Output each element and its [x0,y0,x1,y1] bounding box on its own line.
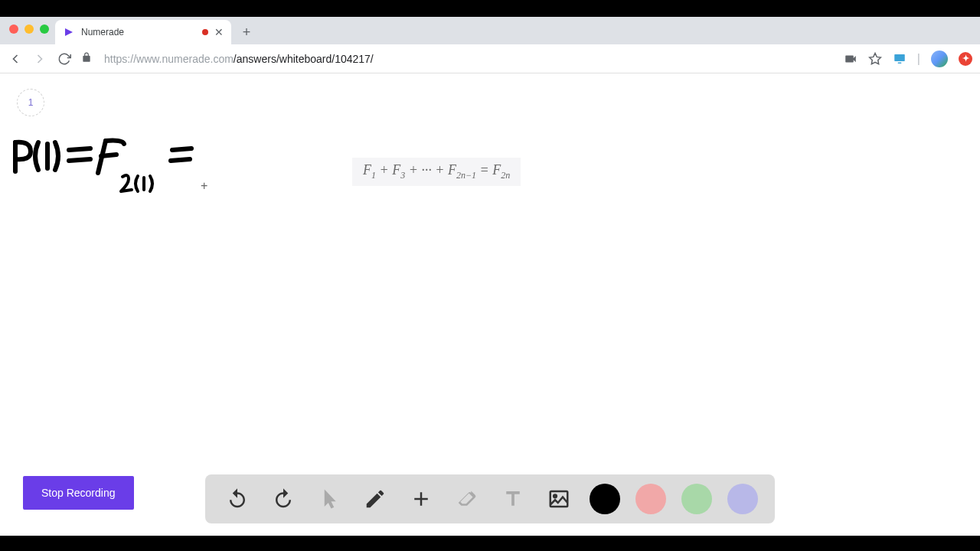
url-field[interactable]: https://www.numerade.com/answers/whitebo… [104,53,835,65]
equation-content: F1 + F3 + ··· + F2n−1 = F2n [363,162,510,178]
cursor-crosshair-icon: + [201,179,207,193]
url-path: /answers/whiteboard/104217/ [234,53,374,65]
window-minimize-button[interactable] [24,24,34,34]
color-green[interactable] [681,484,712,514]
whiteboard-canvas[interactable]: 1 [0,73,980,536]
color-purple[interactable] [727,484,758,514]
handwritten-equation [8,135,237,214]
stop-recording-button[interactable]: Stop Recording [23,476,134,510]
screen-share-icon[interactable] [893,52,906,66]
star-icon[interactable] [868,52,882,66]
window-maximize-button[interactable] [40,24,49,34]
text-tool[interactable] [498,484,528,514]
svg-marker-0 [65,28,73,36]
camera-icon[interactable] [844,52,858,66]
pointer-tool[interactable] [314,484,345,514]
svg-marker-1 [869,53,880,64]
svg-rect-2 [894,54,905,61]
addr-right-icons: | ✦ [844,51,972,67]
address-bar: https://www.numerade.com/answers/whitebo… [0,44,980,73]
forward-button[interactable] [32,51,47,67]
eraser-tool[interactable] [452,484,482,514]
lock-icon [81,52,92,66]
profile-avatar[interactable] [931,51,948,67]
color-pink[interactable] [635,484,666,514]
recording-indicator-icon [202,29,208,35]
browser-window: Numerade ✕ + https://www.numerade.com/an… [0,17,980,536]
pen-tool[interactable] [360,484,390,514]
divider: | [917,52,920,66]
extension-icon[interactable]: ✦ [959,52,972,66]
new-tab-button[interactable]: + [236,21,257,43]
tab-close-button[interactable]: ✕ [214,27,224,37]
whiteboard-toolbar [205,474,775,523]
tab-bar: Numerade ✕ + [0,17,980,44]
tab-title: Numerade [81,27,196,37]
back-button[interactable] [8,51,23,67]
image-tool[interactable] [544,484,574,514]
window-close-button[interactable] [9,24,18,34]
window-controls [9,24,49,34]
typeset-equation[interactable]: F1 + F3 + ··· + F2n−1 = F2n [352,158,521,186]
browser-tab[interactable]: Numerade ✕ [55,20,231,44]
add-tool[interactable] [406,484,436,514]
url-host: https://www.numerade.com [104,53,234,65]
page-number-badge[interactable]: 1 [17,89,44,116]
tab-favicon-icon [63,26,75,38]
page-number: 1 [28,97,34,108]
undo-button[interactable] [222,484,253,514]
svg-rect-3 [898,62,902,64]
redo-button[interactable] [268,484,299,514]
color-black[interactable] [590,484,620,514]
reload-button[interactable] [57,52,72,66]
svg-point-5 [554,494,557,497]
